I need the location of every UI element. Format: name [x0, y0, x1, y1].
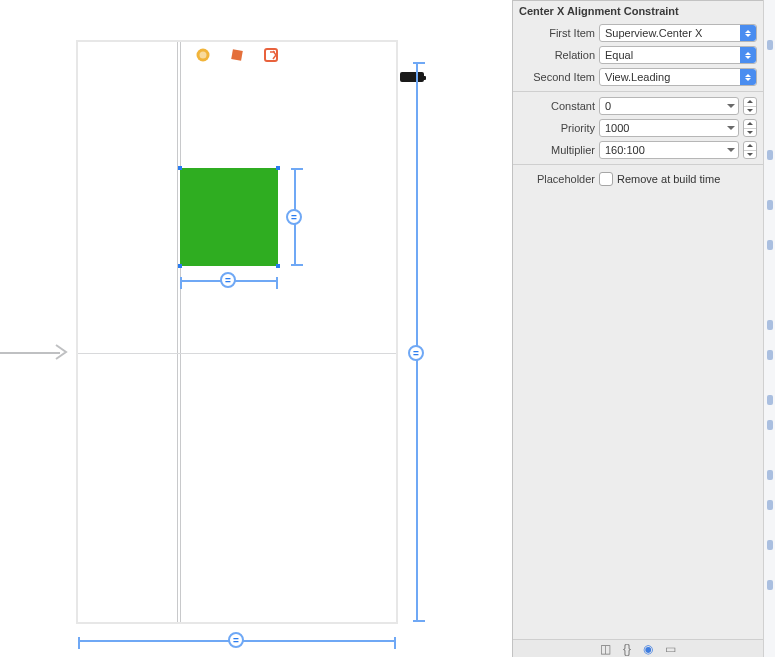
svg-rect-2	[231, 49, 243, 61]
select-stepper-icon	[740, 25, 756, 41]
stepper-down-icon[interactable]	[744, 129, 756, 137]
priority-label: Priority	[513, 122, 595, 134]
leading-alignment-guide	[177, 42, 181, 622]
pin-glyph: =	[291, 212, 297, 223]
adjacent-window-sliver	[763, 0, 775, 657]
pin-glyph: =	[225, 275, 231, 286]
select-stepper-icon	[740, 69, 756, 85]
phone-height-constraint-pin-icon[interactable]: =	[408, 345, 424, 361]
constant-value: 0	[605, 100, 611, 112]
first-item-label: First Item	[513, 27, 595, 39]
multiplier-label: Multiplier	[513, 144, 595, 156]
relation-select[interactable]: Equal	[599, 46, 757, 64]
size-inspector-panel: Center X Alignment Constraint First Item…	[512, 0, 763, 657]
second-item-select[interactable]: View.Leading	[599, 68, 757, 86]
constraint-section-title: Center X Alignment Constraint	[513, 1, 763, 23]
second-item-value: View.Leading	[605, 71, 670, 83]
interface-builder-canvas[interactable]: = = = =	[0, 0, 510, 657]
second-item-label: Second Item	[513, 71, 595, 83]
placeholder-checkbox-label: Remove at build time	[617, 173, 720, 185]
dropdown-triangle-icon	[727, 104, 735, 108]
initial-vc-arrow-line	[0, 352, 60, 354]
scene-toolbar	[76, 40, 398, 70]
resize-handle-icon[interactable]	[178, 264, 182, 268]
bottom-bar-icon[interactable]: ▭	[665, 642, 676, 656]
placeholder-label: Placeholder	[513, 173, 595, 185]
bottom-bar-icon[interactable]: ◫	[600, 642, 611, 656]
phone-width-constraint-pin-icon[interactable]: =	[228, 632, 244, 648]
constant-stepper[interactable]	[743, 97, 757, 115]
center-y-guide	[78, 353, 396, 354]
stepper-down-icon[interactable]	[744, 107, 756, 115]
constant-label: Constant	[513, 100, 595, 112]
pin-glyph: =	[233, 635, 239, 646]
constant-field[interactable]: 0	[599, 97, 739, 115]
dropdown-triangle-icon	[727, 126, 735, 130]
multiplier-stepper[interactable]	[743, 141, 757, 159]
dropdown-triangle-icon	[727, 148, 735, 152]
resize-handle-icon[interactable]	[276, 264, 280, 268]
resize-handle-icon[interactable]	[276, 166, 280, 170]
priority-stepper[interactable]	[743, 119, 757, 137]
first-item-value: Superview.Center X	[605, 27, 702, 39]
width-constraint-pin-icon[interactable]: =	[220, 272, 236, 288]
divider	[513, 164, 763, 165]
pin-glyph: =	[413, 348, 419, 359]
multiplier-value: 160:100	[605, 144, 645, 156]
svg-point-1	[200, 52, 207, 59]
first-item-select[interactable]: Superview.Center X	[599, 24, 757, 42]
relation-label: Relation	[513, 49, 595, 61]
placeholder-checkbox[interactable]	[599, 172, 613, 186]
multiplier-field[interactable]: 160:100	[599, 141, 739, 159]
resize-handle-icon[interactable]	[178, 166, 182, 170]
height-constraint-pin-icon[interactable]: =	[286, 209, 302, 225]
priority-value: 1000	[605, 122, 629, 134]
stepper-up-icon[interactable]	[744, 120, 756, 129]
status-bar-battery-icon	[400, 72, 424, 82]
exit-icon[interactable]	[263, 47, 279, 63]
vc-shield-icon[interactable]	[195, 47, 211, 63]
relation-value: Equal	[605, 49, 633, 61]
stepper-down-icon[interactable]	[744, 151, 756, 159]
bottom-bar-icon[interactable]: ◉	[643, 642, 653, 656]
divider	[513, 91, 763, 92]
device-frame[interactable]	[76, 40, 398, 624]
phone-height-constraint-bar[interactable]	[416, 62, 418, 622]
first-responder-icon[interactable]	[229, 47, 245, 63]
stepper-up-icon[interactable]	[744, 98, 756, 107]
select-stepper-icon	[740, 47, 756, 63]
bottom-bar-icon[interactable]: {}	[623, 642, 631, 656]
priority-field[interactable]: 1000	[599, 119, 739, 137]
inspector-bottom-bar: ◫ {} ◉ ▭	[513, 639, 763, 657]
selected-green-view[interactable]	[180, 168, 278, 266]
stepper-up-icon[interactable]	[744, 142, 756, 151]
